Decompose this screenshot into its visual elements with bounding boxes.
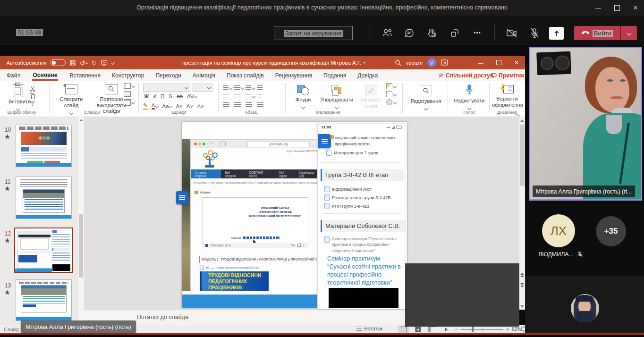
- layout-button[interactable]: [124, 83, 135, 89]
- mobile-file-materials[interactable]: Матеріали для 7 групи: [334, 151, 378, 155]
- paste-button[interactable]: Вставити: [8, 84, 27, 113]
- mic-button[interactable]: [527, 26, 542, 40]
- increase-indent-button[interactable]: [234, 93, 245, 100]
- zoom-out-button[interactable]: −: [455, 326, 458, 332]
- breakout-rooms-button[interactable]: [448, 26, 462, 40]
- save-icon[interactable]: [69, 59, 76, 66]
- text-direction-button[interactable]: [257, 93, 267, 100]
- mobile-menu-button[interactable]: [318, 134, 331, 148]
- tab-file[interactable]: Файл: [7, 72, 21, 79]
- underline-button[interactable]: П: [161, 93, 164, 99]
- photo-participant-tile[interactable]: [525, 276, 644, 337]
- align-center-button[interactable]: [234, 101, 245, 109]
- minimize-button[interactable]: —: [589, 0, 607, 16]
- decrease-indent-button[interactable]: [223, 93, 233, 100]
- participants-button[interactable]: [380, 26, 394, 40]
- ppt-restore-button[interactable]: [490, 56, 507, 69]
- present-icon[interactable]: [101, 59, 108, 66]
- slide-thumbnail-10[interactable]: [16, 125, 72, 167]
- shape-fill-button[interactable]: [386, 83, 396, 89]
- redo-button[interactable]: ↻: [92, 59, 97, 67]
- highlight-button[interactable]: ✎: [143, 102, 148, 110]
- leave-button[interactable]: Вийти: [574, 26, 620, 40]
- mobile-file-schedule[interactable]: Розклад занять групи З-ІІ-42В: [332, 195, 391, 200]
- autosave-toggle[interactable]: [51, 59, 66, 66]
- module-file-item[interactable]: ЗМ. 1.1. Трудові відносини в закладах П(…: [205, 266, 259, 269]
- account-name[interactable]: vpuizm: [406, 60, 423, 66]
- search-icon[interactable]: [395, 59, 401, 66]
- leave-options-button[interactable]: [620, 26, 637, 40]
- font-name-select[interactable]: [143, 84, 190, 92]
- italic-button[interactable]: К: [153, 93, 156, 99]
- reactions-button[interactable]: [425, 26, 439, 40]
- copy-icon[interactable]: [29, 93, 35, 99]
- mobile-file-info[interactable]: Інформаційний лист: [332, 187, 372, 192]
- tab-view[interactable]: Подання: [323, 72, 346, 79]
- zoom-slider[interactable]: [461, 329, 503, 330]
- format-painter-icon[interactable]: [29, 101, 35, 107]
- canvas-scrollbar[interactable]: [519, 117, 525, 310]
- arrange-button[interactable]: Упорядкувати: [317, 85, 356, 111]
- line-spacing-button[interactable]: [246, 84, 256, 92]
- quick-styles-button[interactable]: Експрес- стилі: [358, 85, 384, 109]
- cut-icon[interactable]: [29, 85, 36, 92]
- next-slide-button[interactable]: [520, 283, 524, 287]
- ppt-document-title[interactable]: презентація на семінар про курси підвище…: [175, 58, 373, 67]
- numbering-button[interactable]: [234, 84, 245, 92]
- drawing-dialog-launcher[interactable]: [397, 110, 400, 114]
- ppt-minimize-button[interactable]: —: [472, 56, 489, 69]
- tab-help[interactable]: Довідка: [357, 72, 378, 79]
- section-button[interactable]: [124, 99, 135, 106]
- account-avatar[interactable]: V: [427, 58, 436, 67]
- grow-font-button[interactable]: A˄: [176, 103, 182, 109]
- tab-home[interactable]: Основне: [32, 70, 59, 81]
- font-dialog-launcher[interactable]: [212, 110, 215, 114]
- shape-effects-button[interactable]: [386, 99, 396, 105]
- columns-button[interactable]: [246, 93, 256, 100]
- module-header[interactable]: МОДУЛЬ 1. ТРУДОВІ ВІДНОСИНИ і ОХОРОНА ПР…: [199, 256, 321, 263]
- speaker-video-tile[interactable]: Мітрова Алла Григорівна (гость) (гі...: [529, 47, 642, 201]
- previous-slide-button[interactable]: [520, 273, 524, 277]
- clipboard-dialog-launcher[interactable]: [42, 110, 46, 114]
- tab-design[interactable]: Конструктор: [112, 72, 144, 79]
- maximize-button[interactable]: [608, 0, 626, 16]
- ppt-close-button[interactable]: ×: [508, 56, 525, 69]
- mobile-file-seminar[interactable]: Семінар-практикум "Сучасні освітні практ…: [332, 236, 402, 253]
- slide-thumbnail-12[interactable]: [14, 227, 73, 273]
- tab-review[interactable]: Рецензування: [275, 72, 312, 79]
- more-actions-button[interactable]: •••: [470, 26, 485, 40]
- shape-outline-button[interactable]: [386, 91, 396, 97]
- participant-avatar[interactable]: ЛХ: [542, 214, 575, 247]
- nav-event[interactable]: ОСВІТНІЙ ІВЕНТ: [245, 171, 275, 177]
- bullets-button[interactable]: [223, 84, 233, 92]
- slide-thumbnail-13[interactable]: [16, 279, 72, 321]
- shadow-button[interactable]: S: [169, 93, 172, 99]
- chat-button[interactable]: [402, 26, 416, 40]
- close-button[interactable]: ×: [627, 0, 644, 16]
- shrink-font-button[interactable]: A˅: [186, 103, 193, 109]
- zoom-level[interactable]: 62%: [512, 327, 521, 332]
- nav-resources[interactable]: Веб-ресурси: [221, 171, 245, 177]
- share-access-button[interactable]: Спільний доступ: [438, 70, 493, 80]
- strikethrough-button[interactable]: ab: [177, 93, 183, 99]
- clear-format-button[interactable]: A⌀: [197, 103, 204, 110]
- quick-access-chevron-icon[interactable]: [111, 60, 115, 64]
- notes-toggle-button[interactable]: Нотатки: [356, 326, 382, 331]
- teams-window-icon[interactable]: [441, 59, 448, 66]
- overflow-participants-badge[interactable]: +35: [596, 216, 626, 246]
- canvas-scrollbar-thumb[interactable]: [520, 125, 525, 186]
- request-control-button[interactable]: Запит на керування: [274, 26, 353, 40]
- nav-home[interactable]: Головна сторінка: [191, 169, 221, 178]
- zoom-slider-thumb[interactable]: [472, 327, 474, 332]
- sort-button[interactable]: [257, 84, 267, 92]
- comments-button[interactable]: Примітки: [491, 70, 525, 80]
- mobile-file-rnp[interactable]: РНП групи З-ІІ-42В: [332, 204, 369, 209]
- thumbnail-scrollbar-thumb[interactable]: [79, 214, 83, 278]
- participants-tile[interactable]: ЛХ ЛЮДМИЛА... +35: [525, 202, 644, 276]
- camera-button[interactable]: [504, 26, 519, 40]
- tab-animations[interactable]: Анімація: [193, 72, 215, 79]
- design-ideas-button[interactable]: Варіанти оформлення: [492, 84, 522, 108]
- shapes-button[interactable]: Фігури: [291, 85, 315, 111]
- tab-slideshow[interactable]: Показ слайдів: [227, 72, 264, 79]
- reset-button[interactable]: [124, 91, 131, 97]
